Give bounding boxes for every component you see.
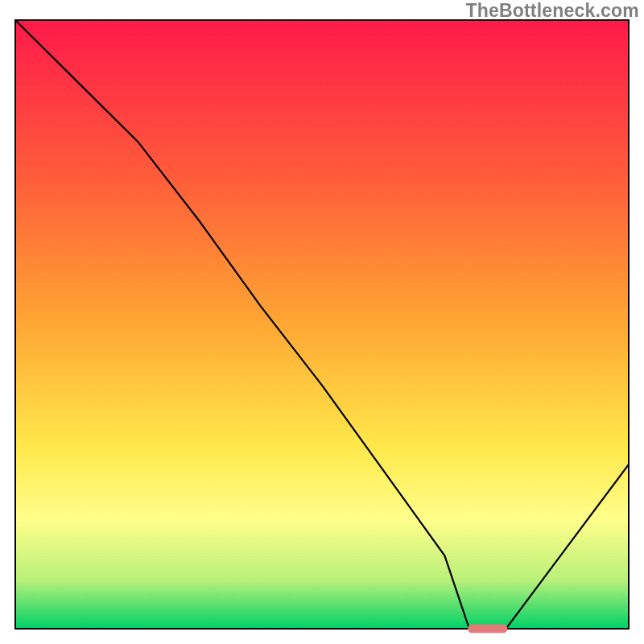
watermark-text: TheBottleneck.com — [465, 0, 639, 22]
chart-container: TheBottleneck.com — [0, 0, 644, 644]
optimal-marker — [468, 625, 508, 634]
bottleneck-chart — [0, 0, 644, 644]
